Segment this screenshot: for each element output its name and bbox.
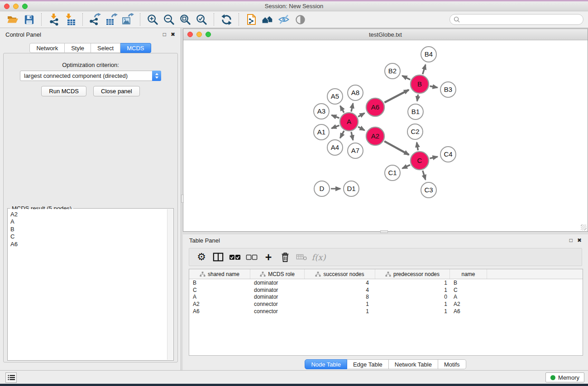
graph-edge-A-A4[interactable] — [340, 131, 344, 138]
column-header-successor-nodes[interactable]: successor nodes — [305, 269, 375, 279]
hide-panels-button[interactable] — [276, 12, 292, 27]
table-cell[interactable]: B — [450, 280, 487, 286]
column-header-shared-name[interactable]: shared name — [189, 269, 250, 279]
close-table-panel-icon[interactable]: ✖ — [577, 237, 582, 243]
graph-edge-A-A8[interactable] — [351, 103, 353, 111]
table-cell[interactable]: connector — [250, 308, 305, 315]
create-column-button[interactable]: + — [262, 250, 275, 264]
table-cell[interactable]: C — [450, 287, 487, 293]
tab-network-table[interactable]: Network Table — [389, 359, 438, 369]
graph-edge-C-C2[interactable] — [417, 143, 418, 151]
table-cell[interactable]: 4 — [305, 287, 375, 293]
tab-mcds[interactable]: MCDS — [120, 43, 151, 53]
optimization-criterion-dropdown[interactable]: largest connected component (directed) — [20, 71, 161, 81]
tab-network[interactable]: Network — [29, 43, 65, 53]
table-row[interactable]: A2connector11A2 — [189, 300, 583, 308]
table-cell[interactable]: A — [450, 294, 487, 300]
table-cell[interactable]: dominator — [250, 280, 305, 286]
zoom-out-button[interactable] — [161, 12, 177, 27]
export-image-button[interactable] — [120, 12, 136, 27]
export-network-button[interactable] — [87, 12, 103, 27]
graph-edge-C-C4[interactable] — [430, 157, 437, 158]
table-cell[interactable]: 1 — [305, 301, 375, 307]
zoom-fit-button[interactable] — [177, 12, 193, 27]
mcds-result-item[interactable]: B — [10, 226, 167, 233]
table-cell[interactable]: A2 — [189, 301, 250, 307]
show-columns-button[interactable] — [211, 250, 225, 264]
show-graphics-details-button[interactable] — [292, 12, 308, 27]
table-cell[interactable]: A6 — [450, 308, 487, 315]
table-row[interactable]: A6connector11A6 — [189, 308, 583, 315]
save-session-button[interactable] — [21, 12, 37, 27]
tab-edge-table[interactable]: Edge Table — [347, 359, 389, 369]
export-table-button[interactable] — [103, 12, 120, 27]
graph-edge-A2-C[interactable] — [384, 141, 409, 155]
table-cell[interactable]: 8 — [305, 294, 375, 300]
table-cell[interactable]: 1 — [375, 287, 450, 293]
graph-edge-A6-B[interactable] — [384, 90, 409, 102]
graph-edge-B-B3[interactable] — [430, 86, 438, 87]
table-cell[interactable]: A2 — [450, 301, 487, 307]
graph-edge-A-A6[interactable] — [358, 113, 364, 117]
table-cell[interactable]: A — [189, 294, 250, 300]
tab-motifs[interactable]: Motifs — [438, 359, 466, 369]
run-mcds-button[interactable]: Run MCDS — [41, 86, 86, 96]
graph-edge-B-B1[interactable] — [417, 95, 418, 101]
graph-edge-A-A2[interactable] — [358, 127, 364, 130]
unselect-all-columns-button[interactable] — [245, 250, 258, 264]
column-header-predecessor-nodes[interactable]: predecessor nodes — [375, 269, 450, 279]
search-input[interactable] — [449, 14, 583, 25]
graph-edge-C-C1[interactable] — [402, 165, 410, 168]
table-row[interactable]: Adominator80A — [189, 294, 583, 301]
splitter-handle-vertical[interactable] — [181, 195, 184, 203]
column-header-mcds-role[interactable]: MCDS role — [250, 269, 305, 279]
tab-node-table[interactable]: Node Table — [305, 359, 347, 369]
table-cell[interactable]: 1 — [375, 280, 450, 286]
resize-grip[interactable] — [581, 224, 587, 230]
column-header-name[interactable]: name — [450, 269, 487, 279]
home-networks-button[interactable] — [259, 12, 276, 27]
splitter-handle-horizontal[interactable] — [380, 230, 388, 233]
table-cell[interactable]: A6 — [189, 308, 250, 315]
show-task-history-button[interactable] — [5, 372, 17, 383]
memory-button[interactable]: Memory — [545, 372, 584, 382]
float-table-panel-icon[interactable]: □ — [569, 237, 573, 243]
table-cell[interactable]: dominator — [250, 287, 305, 293]
delete-table-button[interactable] — [295, 250, 309, 264]
zoom-in-button[interactable] — [144, 12, 161, 27]
mcds-result-item[interactable]: A2 — [10, 211, 167, 218]
close-panel-icon[interactable]: ✖ — [171, 31, 175, 38]
import-table-button[interactable] — [62, 12, 78, 27]
table-row[interactable]: Cdominator41C — [189, 286, 583, 294]
table-cell[interactable]: 1 — [305, 308, 375, 315]
function-builder-button[interactable]: f(x) — [312, 250, 325, 264]
close-panel-button[interactable]: Close panel — [93, 86, 140, 96]
graph-edge-A-A5[interactable] — [340, 106, 344, 113]
table-cell[interactable]: 1 — [375, 301, 450, 307]
table-cell[interactable]: B — [189, 280, 250, 286]
open-session-button[interactable] — [5, 12, 21, 27]
float-panel-icon[interactable]: □ — [163, 31, 166, 38]
table-cell[interactable]: connector — [250, 301, 305, 307]
table-settings-button[interactable]: ⚙ — [195, 250, 208, 264]
network-graph[interactable]: B4B2BB3A5A8A6B1A3AA1C2A2A4A7C4CC1C3DD1 — [183, 40, 588, 231]
apply-layout-button[interactable] — [218, 12, 234, 27]
graph-edge-A-A1[interactable] — [331, 125, 339, 128]
table-row[interactable]: Bdominator41B — [189, 279, 583, 286]
table-cell[interactable]: dominator — [250, 294, 305, 300]
table-cell[interactable]: 4 — [305, 280, 375, 286]
graph-edge-B-B4[interactable] — [423, 65, 425, 74]
session-file-button[interactable] — [243, 12, 259, 27]
mcds-result-item[interactable]: A6 — [10, 241, 167, 248]
zoom-selected-button[interactable] — [193, 12, 210, 27]
network-canvas[interactable]: B4B2BB3A5A8A6B1A3AA1C2A2A4A7C4CC1C3DD1 — [183, 40, 588, 231]
delete-column-button[interactable] — [278, 250, 292, 264]
table-cell[interactable]: 0 — [375, 294, 450, 300]
mcds-list-scrollbar[interactable] — [167, 209, 173, 360]
graph-edge-C-C3[interactable] — [423, 171, 425, 180]
mcds-result-item[interactable]: A — [10, 218, 167, 225]
graph-edge-B-B2[interactable] — [402, 76, 411, 80]
mcds-result-item[interactable]: C — [10, 233, 167, 240]
graph-edge-A-A3[interactable] — [331, 115, 339, 118]
tab-select[interactable]: Select — [91, 43, 120, 53]
